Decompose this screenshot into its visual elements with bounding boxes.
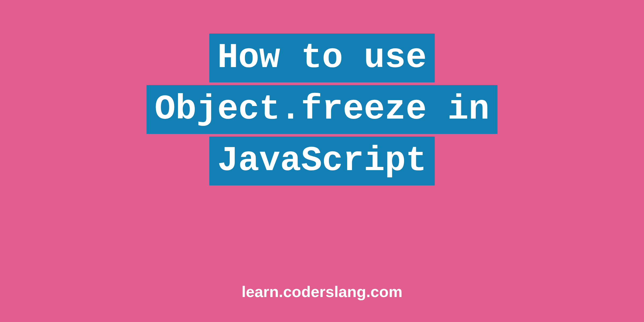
- title-line-2: Object.freeze in: [147, 85, 497, 134]
- title-container: How to use Object.freeze in JavaScript: [0, 32, 644, 187]
- title-line-3: JavaScript: [209, 137, 435, 185]
- footer-url: learn.coderslang.com: [0, 283, 644, 301]
- title-line-1: How to use: [209, 34, 435, 82]
